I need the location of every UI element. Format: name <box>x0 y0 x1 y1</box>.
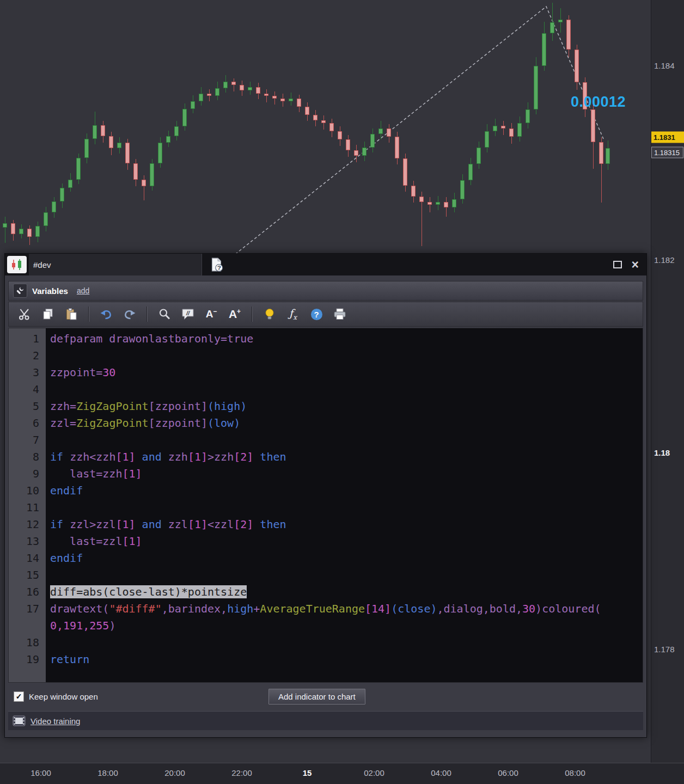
line-number: 18 <box>9 634 46 651</box>
copy-icon[interactable] <box>38 305 58 323</box>
code-line-text: defparam drawonlastbaronly=true <box>46 330 253 347</box>
candle-body <box>191 101 195 109</box>
font-smaller-icon[interactable]: A− <box>201 305 222 323</box>
candle-body <box>207 94 211 96</box>
line-number <box>9 617 46 634</box>
code-line: 15 <box>9 567 643 584</box>
variables-header: Variables add <box>8 281 643 301</box>
candle-body <box>133 163 138 180</box>
candle-body <box>27 229 32 237</box>
line-number: 19 <box>9 651 46 668</box>
diff-value-label: 0.00012 <box>571 94 626 111</box>
candle-body <box>199 94 203 101</box>
candle-body <box>436 202 440 205</box>
keep-window-open-label: Keep window open <box>29 692 98 701</box>
help-icon[interactable]: ? <box>306 305 327 323</box>
candle-body <box>354 150 358 156</box>
redo-icon[interactable] <box>119 305 140 323</box>
candle-body <box>452 199 456 207</box>
code-line-text: return <box>46 651 89 668</box>
line-number: 9 <box>9 465 46 482</box>
doc-help-icon[interactable]: ? <box>209 257 225 272</box>
candle-body <box>501 126 505 128</box>
code-line-text <box>46 381 57 398</box>
toolbar-separator <box>146 307 148 322</box>
candle-body <box>248 87 252 90</box>
candle-body <box>174 126 179 136</box>
video-training-link[interactable]: Video training <box>30 716 80 726</box>
undo-icon[interactable] <box>96 305 117 323</box>
window-buttons: × <box>603 254 639 275</box>
candle-body <box>403 158 407 186</box>
candle-body <box>215 88 219 96</box>
candle-body <box>428 202 432 205</box>
add-indicator-button[interactable]: Add indicator to chart <box>268 689 365 705</box>
candle-wick <box>552 3 553 41</box>
code-line: 17drawtext("#diff#",barindex,high+Averag… <box>9 601 643 617</box>
price-axis[interactable]: 1.1841.18311.183151.1821.181.178 <box>651 0 684 763</box>
candle-body <box>526 109 530 123</box>
candle-body <box>297 99 301 107</box>
time-tick-label: 08:00 <box>565 768 585 777</box>
comment-icon[interactable]: // <box>178 305 198 323</box>
time-tick-label: 15 <box>303 768 312 777</box>
candle-body <box>411 186 416 197</box>
code-line-text: zzl=ZigZagPoint[zzpoint](low) <box>46 415 240 432</box>
candle-body <box>591 109 595 142</box>
code-line-text <box>46 499 57 516</box>
code-line-text: zzpoint=30 <box>46 364 115 381</box>
code-line: 14endif <box>9 550 643 567</box>
candle-body <box>223 82 228 88</box>
svg-text:?: ? <box>217 264 221 272</box>
line-number: 12 <box>9 516 46 533</box>
candle-body <box>599 142 603 164</box>
candle-body <box>3 223 7 228</box>
close-button[interactable]: × <box>632 259 639 271</box>
tab-dev[interactable]: #dev <box>29 254 202 275</box>
candle-body <box>313 115 317 120</box>
candle-wick <box>266 89 267 102</box>
paste-icon[interactable] <box>61 305 82 323</box>
code-line-text <box>46 347 57 364</box>
candle-body <box>550 22 554 33</box>
code-line: 9 last=zzh[1] <box>9 465 643 482</box>
window-titlebar: #dev ? × <box>5 254 646 275</box>
line-number: 10 <box>9 482 46 499</box>
candle-body <box>60 188 64 201</box>
candle-body <box>329 123 334 131</box>
editor-toolbar: //A−A+ƒx? <box>8 302 643 327</box>
candle-body <box>166 136 170 143</box>
cut-icon[interactable] <box>14 305 35 323</box>
code-line: 6zzl=ZigZagPoint[zzpoint](low) <box>9 415 643 432</box>
function-icon[interactable]: ƒx <box>283 305 303 323</box>
candle-body <box>231 82 236 85</box>
candle-body <box>272 96 277 99</box>
zoom-icon[interactable] <box>154 305 175 323</box>
maximize-button[interactable] <box>613 261 622 268</box>
code-line: 0,191,255) <box>9 617 643 634</box>
time-axis[interactable]: 16:0018:0020:0022:001502:0004:0006:0008:… <box>0 763 684 784</box>
time-tick-label: 02:00 <box>364 768 384 777</box>
code-line-text: if zzh<zzh[1] and zzh[1]>zzh[2] then <box>46 449 286 465</box>
code-editor[interactable]: 1defparam drawonlastbaronly=true2 3zzpoi… <box>8 328 643 683</box>
code-line-text: drawtext("#diff#",barindex,high+AverageT… <box>46 601 601 617</box>
hint-icon[interactable] <box>259 305 280 323</box>
candle-body <box>419 197 424 202</box>
code-line-text <box>46 567 57 584</box>
keep-window-open-checkbox[interactable]: ✓ <box>14 691 24 702</box>
add-variable-link[interactable]: add <box>77 286 89 295</box>
font-larger-icon[interactable]: A+ <box>224 305 245 323</box>
candle-wick <box>144 175 144 200</box>
line-number: 3 <box>9 364 46 381</box>
candle-wick <box>234 78 234 91</box>
price-tick-label: 1.18 <box>654 448 670 457</box>
print-icon[interactable] <box>329 305 350 323</box>
wrench-icon <box>13 284 27 298</box>
code-line: 16diff=abs(close-last)*pointsize <box>9 584 643 601</box>
candle-body <box>606 148 610 164</box>
line-number: 14 <box>9 550 46 567</box>
candle-body <box>444 202 448 207</box>
candle-body <box>338 131 342 139</box>
price-tag: 1.1831 <box>651 132 684 143</box>
candle-body <box>11 223 15 234</box>
